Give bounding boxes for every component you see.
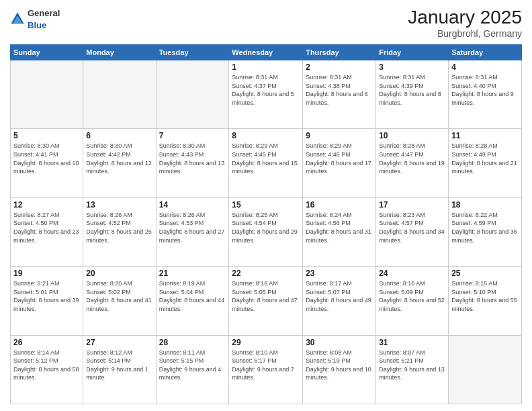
day-info: Sunrise: 8:29 AM Sunset: 4:45 PM Dayligh… — [232, 142, 300, 175]
calendar-cell: 1Sunrise: 8:31 AM Sunset: 4:37 PM Daylig… — [229, 60, 303, 129]
calendar-cell: 7Sunrise: 8:30 AM Sunset: 4:43 PM Daylig… — [156, 129, 229, 197]
calendar-cell: 12Sunrise: 8:27 AM Sunset: 4:50 PM Dayli… — [11, 197, 83, 266]
day-info: Sunrise: 8:26 AM Sunset: 4:52 PM Dayligh… — [86, 211, 152, 244]
calendar-cell: 21Sunrise: 8:19 AM Sunset: 5:04 PM Dayli… — [156, 267, 229, 335]
calendar-cell: 14Sunrise: 8:26 AM Sunset: 4:53 PM Dayli… — [156, 197, 229, 266]
day-info: Sunrise: 8:14 AM Sunset: 5:12 PM Dayligh… — [13, 349, 80, 382]
calendar-cell: 10Sunrise: 8:28 AM Sunset: 4:47 PM Dayli… — [376, 129, 449, 197]
day-number: 23 — [306, 269, 373, 278]
calendar-cell: 20Sunrise: 8:20 AM Sunset: 5:02 PM Dayli… — [83, 267, 156, 335]
day-number: 26 — [13, 338, 80, 347]
day-number: 29 — [232, 338, 300, 347]
day-info: Sunrise: 8:10 AM Sunset: 5:17 PM Dayligh… — [232, 349, 300, 382]
day-number: 12 — [13, 200, 80, 210]
calendar-cell: 30Sunrise: 8:08 AM Sunset: 5:19 PM Dayli… — [303, 335, 376, 404]
day-info: Sunrise: 8:23 AM Sunset: 4:57 PM Dayligh… — [379, 211, 445, 244]
day-info: Sunrise: 8:30 AM Sunset: 4:41 PM Dayligh… — [13, 142, 80, 175]
day-number: 21 — [159, 269, 226, 278]
day-number: 5 — [13, 131, 80, 140]
calendar-table: SundayMondayTuesdayWednesdayThursdayFrid… — [10, 44, 522, 404]
calendar-cell: 9Sunrise: 8:29 AM Sunset: 4:46 PM Daylig… — [303, 129, 376, 197]
calendar-cell: 6Sunrise: 8:30 AM Sunset: 4:42 PM Daylig… — [83, 129, 156, 197]
day-info: Sunrise: 8:29 AM Sunset: 4:46 PM Dayligh… — [306, 142, 373, 175]
calendar-day-header: Tuesday — [156, 45, 229, 60]
calendar-cell: 22Sunrise: 8:18 AM Sunset: 5:05 PM Dayli… — [229, 267, 303, 335]
calendar-cell: 26Sunrise: 8:14 AM Sunset: 5:12 PM Dayli… — [11, 335, 83, 404]
calendar-cell: 4Sunrise: 8:31 AM Sunset: 4:40 PM Daylig… — [449, 60, 522, 129]
day-info: Sunrise: 8:22 AM Sunset: 4:59 PM Dayligh… — [451, 211, 519, 244]
day-info: Sunrise: 8:25 AM Sunset: 4:54 PM Dayligh… — [232, 211, 300, 244]
day-info: Sunrise: 8:12 AM Sunset: 5:14 PM Dayligh… — [86, 349, 152, 382]
calendar-day-header: Monday — [83, 45, 156, 60]
day-info: Sunrise: 8:26 AM Sunset: 4:53 PM Dayligh… — [159, 211, 226, 244]
day-info: Sunrise: 8:21 AM Sunset: 5:01 PM Dayligh… — [13, 279, 80, 313]
calendar-cell — [83, 60, 156, 129]
calendar-cell: 23Sunrise: 8:17 AM Sunset: 5:07 PM Dayli… — [303, 267, 376, 335]
day-number: 4 — [451, 62, 519, 72]
title-block: January 2025 Burgbrohl, Germany — [408, 7, 522, 39]
day-number: 24 — [379, 269, 445, 278]
calendar-cell: 27Sunrise: 8:12 AM Sunset: 5:14 PM Dayli… — [83, 335, 156, 404]
day-number: 3 — [379, 62, 445, 72]
day-number: 25 — [451, 269, 519, 278]
day-info: Sunrise: 8:30 AM Sunset: 4:42 PM Dayligh… — [86, 142, 152, 175]
day-info: Sunrise: 8:08 AM Sunset: 5:19 PM Dayligh… — [306, 349, 373, 382]
calendar-cell: 3Sunrise: 8:31 AM Sunset: 4:39 PM Daylig… — [376, 60, 449, 129]
calendar-cell: 16Sunrise: 8:24 AM Sunset: 4:56 PM Dayli… — [303, 197, 376, 266]
day-info: Sunrise: 8:11 AM Sunset: 5:15 PM Dayligh… — [159, 349, 226, 382]
day-number: 1 — [232, 62, 300, 72]
day-number: 18 — [451, 200, 519, 210]
day-info: Sunrise: 8:27 AM Sunset: 4:50 PM Dayligh… — [13, 211, 80, 244]
day-number: 2 — [306, 62, 373, 72]
day-info: Sunrise: 8:31 AM Sunset: 4:37 PM Dayligh… — [232, 73, 300, 107]
calendar-cell: 25Sunrise: 8:15 AM Sunset: 5:10 PM Dayli… — [449, 267, 522, 335]
logo: General Blue — [10, 7, 60, 31]
calendar-cell: 18Sunrise: 8:22 AM Sunset: 4:59 PM Dayli… — [449, 197, 522, 266]
day-info: Sunrise: 8:19 AM Sunset: 5:04 PM Dayligh… — [159, 279, 226, 313]
logo-general: General — [28, 7, 60, 19]
day-info: Sunrise: 8:31 AM Sunset: 4:38 PM Dayligh… — [306, 73, 373, 107]
calendar-week-row: 12Sunrise: 8:27 AM Sunset: 4:50 PM Dayli… — [11, 197, 522, 266]
calendar-week-row: 5Sunrise: 8:30 AM Sunset: 4:41 PM Daylig… — [11, 129, 522, 197]
day-number: 11 — [451, 131, 519, 140]
calendar-day-header: Sunday — [11, 45, 83, 60]
calendar-week-row: 26Sunrise: 8:14 AM Sunset: 5:12 PM Dayli… — [11, 335, 522, 404]
calendar-day-header: Saturday — [449, 45, 522, 60]
calendar-cell: 19Sunrise: 8:21 AM Sunset: 5:01 PM Dayli… — [11, 267, 83, 335]
page: General Blue January 2025 Burgbrohl, Ger… — [0, 0, 532, 411]
logo-icon — [10, 11, 25, 26]
day-number: 14 — [159, 200, 226, 210]
logo-blue: Blue — [28, 19, 60, 31]
day-number: 16 — [306, 200, 373, 210]
calendar-cell: 11Sunrise: 8:28 AM Sunset: 4:49 PM Dayli… — [449, 129, 522, 197]
calendar-cell: 8Sunrise: 8:29 AM Sunset: 4:45 PM Daylig… — [229, 129, 303, 197]
day-number: 19 — [13, 269, 80, 278]
day-number: 10 — [379, 131, 445, 140]
calendar-cell — [11, 60, 83, 129]
calendar-cell: 28Sunrise: 8:11 AM Sunset: 5:15 PM Dayli… — [156, 335, 229, 404]
calendar-cell: 17Sunrise: 8:23 AM Sunset: 4:57 PM Dayli… — [376, 197, 449, 266]
day-number: 31 — [379, 338, 445, 347]
day-number: 13 — [86, 200, 152, 210]
day-info: Sunrise: 8:17 AM Sunset: 5:07 PM Dayligh… — [306, 279, 373, 313]
calendar-week-row: 1Sunrise: 8:31 AM Sunset: 4:37 PM Daylig… — [11, 60, 522, 129]
calendar-week-row: 19Sunrise: 8:21 AM Sunset: 5:01 PM Dayli… — [11, 267, 522, 335]
header: General Blue January 2025 Burgbrohl, Ger… — [10, 7, 522, 39]
day-info: Sunrise: 8:28 AM Sunset: 4:47 PM Dayligh… — [379, 142, 445, 175]
page-title: January 2025 — [408, 7, 522, 28]
day-number: 17 — [379, 200, 445, 210]
calendar-cell: 2Sunrise: 8:31 AM Sunset: 4:38 PM Daylig… — [303, 60, 376, 129]
calendar-cell: 24Sunrise: 8:16 AM Sunset: 5:09 PM Dayli… — [376, 267, 449, 335]
day-number: 28 — [159, 338, 226, 347]
calendar-day-header: Friday — [376, 45, 449, 60]
day-info: Sunrise: 8:07 AM Sunset: 5:21 PM Dayligh… — [379, 349, 445, 382]
day-info: Sunrise: 8:16 AM Sunset: 5:09 PM Dayligh… — [379, 279, 445, 313]
day-info: Sunrise: 8:30 AM Sunset: 4:43 PM Dayligh… — [159, 142, 226, 175]
calendar-cell: 15Sunrise: 8:25 AM Sunset: 4:54 PM Dayli… — [229, 197, 303, 266]
page-subtitle: Burgbrohl, Germany — [408, 28, 522, 39]
day-number: 6 — [86, 131, 152, 140]
day-info: Sunrise: 8:15 AM Sunset: 5:10 PM Dayligh… — [451, 279, 519, 313]
day-info: Sunrise: 8:20 AM Sunset: 5:02 PM Dayligh… — [86, 279, 152, 313]
calendar-cell: 13Sunrise: 8:26 AM Sunset: 4:52 PM Dayli… — [83, 197, 156, 266]
day-info: Sunrise: 8:18 AM Sunset: 5:05 PM Dayligh… — [232, 279, 300, 313]
